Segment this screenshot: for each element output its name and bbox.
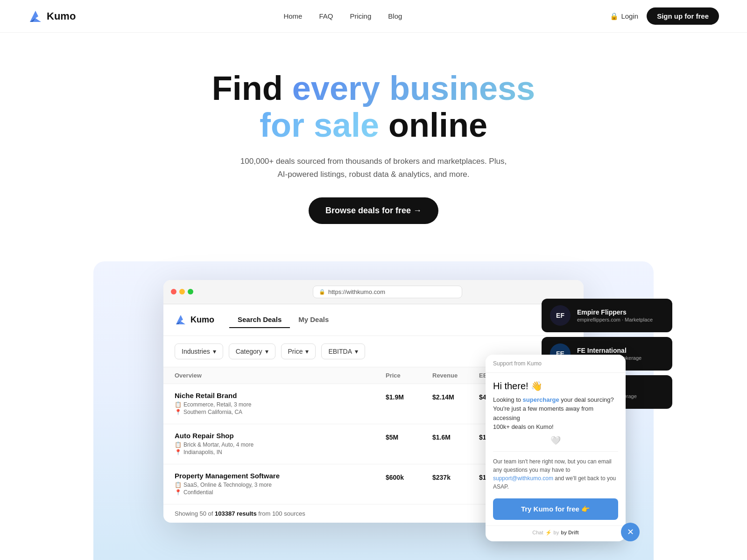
location-icon-2: 📍 [175,449,182,455]
row-3-title: Property Management Software [175,472,386,480]
chat-line3: 100k+ deals on Kumo! [493,423,554,430]
row-3-revenue: $237k [432,472,479,481]
url-lock-icon: 🔒 [319,289,325,295]
login-label: Login [621,12,638,20]
nav-pricing[interactable]: Pricing [350,12,371,20]
chat-close-button[interactable]: ✕ [621,523,640,541]
row-3-info: Property Management Software 📋 SaaS, Onl… [175,472,386,497]
chat-support-label: Support from Kumo [493,360,542,367]
chat-main-text: Looking to supercharge your deal sourcin… [493,395,618,432]
source-avatar-0: EF [550,305,571,326]
hero-heading-end: online [388,106,487,144]
row-2-price: $5M [386,432,432,441]
source-card-0: EF Empire Flippers empireflippers.com · … [542,299,672,332]
filter-price-label: Price [288,348,303,355]
login-button[interactable]: 🔒 Login [610,12,638,21]
filter-category-label: Category [236,348,262,355]
logo-icon [28,9,43,24]
chat-drift-label: by Drift [561,530,579,535]
app-nav: Kumo Search Deals My Deals [163,304,584,336]
tab-my-deals[interactable]: My Deals [290,312,337,328]
main-nav: Kumo Home FAQ Pricing Blog 🔒 Login Sign … [0,0,747,33]
chat-bolt-icon: ⚡ [545,530,552,536]
tab-search-deals[interactable]: Search Deals [229,312,290,328]
chat-line2: You're just a few moments away from acce… [493,405,593,421]
app-logo: Kumo [175,314,214,326]
nav-home[interactable]: Home [283,12,302,20]
chat-header: Support from Kumo [486,355,626,373]
lock-icon: 🔒 [610,12,619,21]
chat-cta-button[interactable]: Try Kumo for free 👉 [493,498,618,520]
footer-count: 103387 results [215,510,257,517]
chat-widget: Support from Kumo Hi there! 👋 Looking to… [486,355,626,541]
tag-icon: 📋 [175,401,182,408]
row-1-tags: 📋 Ecommerce, Retail, 3 more [175,401,386,408]
source-url-0: empireflippers.com · Marketplace [577,317,664,322]
filter-industries[interactable]: Industries ▾ [175,343,223,359]
url-bar[interactable]: 🔒 https://withkumo.com [313,286,462,298]
col-overview: Overview [175,372,386,379]
nav-links: Home FAQ Pricing Blog [283,12,402,20]
row-3-price: $600k [386,472,432,481]
filter-ebitda-label: EBITDA [328,348,352,355]
filter-price[interactable]: Price ▾ [281,343,316,359]
col-price: Price [386,372,432,379]
chat-offline: Our team isn't here right now, but you c… [493,451,618,491]
chat-footer: Chat ⚡ by by Drift [486,525,626,541]
traffic-lights [171,289,193,294]
hero-heading-gradient: every business [292,70,535,107]
chat-email-link[interactable]: support@withkumo.com [493,475,553,482]
filter-category[interactable]: Category ▾ [229,343,275,359]
logo[interactable]: Kumo [28,9,76,24]
filter-ebitda[interactable]: EBITDA ▾ [321,343,365,359]
hero-subtext: 100,000+ deals sourced from thousands of… [9,155,738,180]
mockup-wrapper: 🔒 https://withkumo.com Kumo Search [103,261,644,560]
chevron-down-icon-4: ▾ [355,348,358,355]
tag-icon-3: 📋 [175,482,182,488]
location-icon: 📍 [175,409,182,415]
app-logo-icon [175,314,187,326]
traffic-light-green [188,289,193,294]
row-1-info: Niche Retail Brand 📋 Ecommerce, Retail, … [175,392,386,416]
logo-text: Kumo [47,10,76,22]
browser-chrome: 🔒 https://withkumo.com [163,280,584,304]
row-2-title: Auto Repair Shop [175,432,386,440]
nav-faq[interactable]: FAQ [319,12,333,20]
row-2-location: 📍 Indianapolis, IN [175,449,386,455]
nav-right: 🔒 Login Sign up for free [610,7,719,25]
chat-greeting: Hi there! 👋 [493,380,618,392]
chat-heart: 🤍 [493,435,618,446]
hero-section: Find every business for sale online 100,… [0,33,747,243]
traffic-light-red [171,289,176,294]
row-3-location: 📍 Confidential [175,489,386,496]
app-logo-text: Kumo [190,315,214,325]
hero-heading-gradient2: for sale [260,106,379,144]
chevron-down-icon-3: ▾ [305,348,309,355]
chevron-down-icon-2: ▾ [265,348,268,355]
app-nav-tabs: Search Deals My Deals [229,312,337,328]
chat-body: Hi there! 👋 Looking to supercharge your … [486,373,626,498]
chat-highlight: supercharge [523,396,559,403]
browse-button[interactable]: Browse deals for free → [309,197,438,224]
chat-footer-chat: Chat [532,530,543,535]
signup-button[interactable]: Sign up for free [647,7,719,25]
chevron-down-icon: ▾ [213,348,216,355]
location-icon-3: 📍 [175,489,182,496]
traffic-light-yellow [179,289,185,294]
nav-blog[interactable]: Blog [388,12,402,20]
filter-industries-label: Industries [182,348,210,355]
mockup-area: 🔒 https://withkumo.com Kumo Search [93,261,654,560]
source-name-1: FE International [577,347,664,354]
source-info-0: Empire Flippers empireflippers.com · Mar… [577,308,664,322]
row-2-tags: 📋 Brick & Mortar, Auto, 4 more [175,441,386,448]
url-text: https://withkumo.com [328,288,385,295]
chat-footer-by: by [554,530,559,535]
row-2-info: Auto Repair Shop 📋 Brick & Mortar, Auto,… [175,432,386,456]
svg-marker-2 [176,315,185,324]
row-1-revenue: $2.14M [432,392,479,401]
footer-prefix: Showing 50 of [175,510,213,517]
hero-heading: Find every business for sale online [9,70,738,144]
row-1-location: 📍 Southern California, CA [175,409,386,415]
tag-icon-2: 📋 [175,441,182,448]
row-2-revenue: $1.6M [432,432,479,441]
